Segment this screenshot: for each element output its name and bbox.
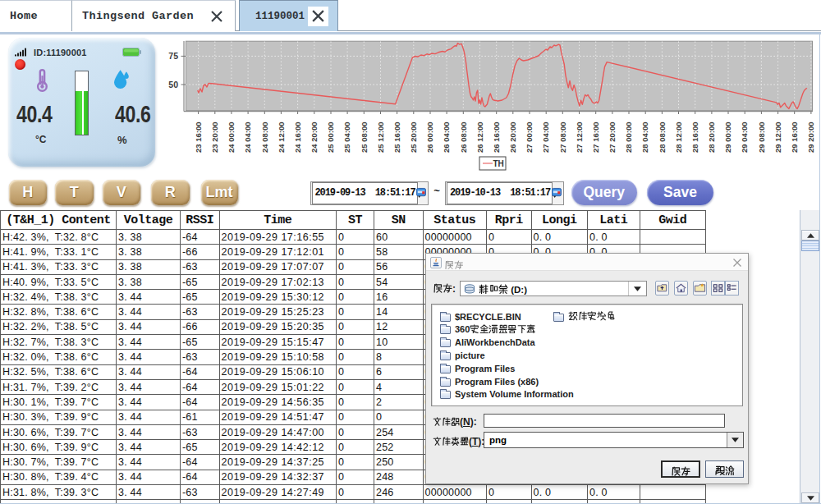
svg-text:24 04:00: 24 04:00 — [243, 121, 252, 153]
svg-text:28 12:00: 28 12:00 — [674, 121, 683, 153]
svg-text:28 08:00: 28 08:00 — [658, 121, 667, 153]
svg-text:29 16:00: 29 16:00 — [790, 121, 799, 153]
svg-text:29 08:00: 29 08:00 — [757, 121, 766, 153]
svg-text:28 20:00: 28 20:00 — [707, 121, 716, 153]
svg-text:75: 75 — [168, 51, 178, 61]
svg-text:23 16:00: 23 16:00 — [194, 121, 203, 153]
svg-text:25 20:00: 25 20:00 — [409, 121, 418, 153]
svg-text:26 04:00: 26 04:00 — [442, 121, 451, 153]
svg-text:26 08:00: 26 08:00 — [459, 121, 468, 153]
svg-text:24 20:00: 24 20:00 — [310, 121, 319, 153]
svg-text:24 12:00: 24 12:00 — [277, 121, 286, 153]
svg-text:27 16:00: 27 16:00 — [591, 121, 600, 153]
svg-text:29 12:00: 29 12:00 — [773, 121, 782, 153]
svg-text:25 12:00: 25 12:00 — [376, 121, 385, 153]
svg-text:27 00:00: 27 00:00 — [525, 121, 534, 153]
svg-text:28 04:00: 28 04:00 — [640, 121, 649, 153]
svg-text:28 00:00: 28 00:00 — [624, 121, 633, 153]
svg-text:25 04:00: 25 04:00 — [342, 121, 351, 153]
svg-text:26 00:00: 26 00:00 — [425, 121, 434, 153]
svg-text:27 04:00: 27 04:00 — [541, 121, 550, 153]
svg-text:28 16:00: 28 16:00 — [690, 121, 699, 153]
svg-text:25 08:00: 25 08:00 — [360, 121, 369, 153]
svg-text:26 16:00: 26 16:00 — [492, 121, 501, 153]
svg-text:27 08:00: 27 08:00 — [558, 121, 567, 153]
svg-text:25 00:00: 25 00:00 — [326, 121, 335, 153]
svg-text:24 08:00: 24 08:00 — [260, 121, 269, 153]
svg-text:50: 50 — [168, 80, 178, 89]
svg-text:27 20:00: 27 20:00 — [608, 121, 617, 153]
svg-text:24 16:00: 24 16:00 — [293, 121, 302, 153]
svg-text:23 20:00: 23 20:00 — [210, 121, 219, 153]
svg-text:29 00:00: 29 00:00 — [723, 121, 732, 153]
svg-text:24 00:00: 24 00:00 — [227, 121, 236, 153]
svg-text:25 16:00: 25 16:00 — [392, 121, 401, 153]
svg-text:27 12:00: 27 12:00 — [575, 121, 584, 153]
svg-text:26 20:00: 26 20:00 — [508, 121, 517, 153]
svg-text:29 20:00: 29 20:00 — [806, 121, 815, 153]
svg-text:TH: TH — [493, 159, 504, 168]
svg-text:26 12:00: 26 12:00 — [475, 121, 484, 153]
svg-text:29 04:00: 29 04:00 — [740, 121, 749, 153]
